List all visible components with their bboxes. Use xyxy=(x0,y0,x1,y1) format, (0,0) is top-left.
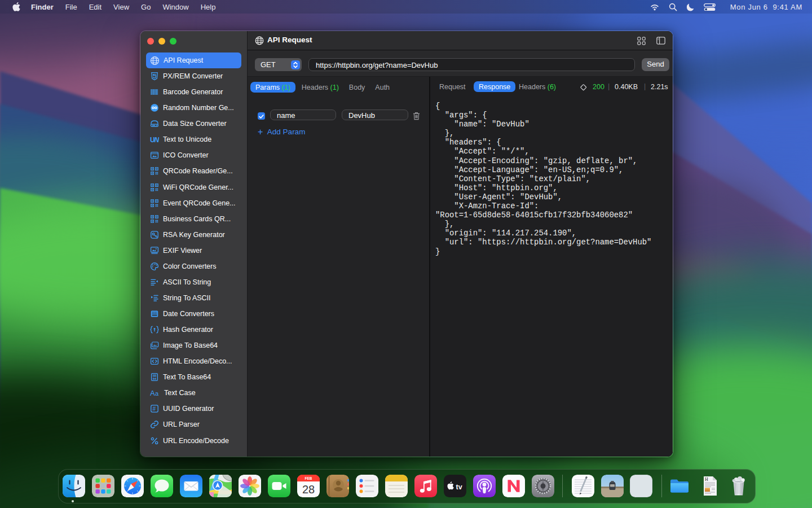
svg-text:tv: tv xyxy=(456,483,462,491)
svg-text:#: # xyxy=(153,406,156,412)
svg-text:64: 64 xyxy=(153,377,157,380)
svg-text:N: N xyxy=(155,136,160,144)
svg-text:FEB: FEB xyxy=(304,476,312,480)
svg-text:28: 28 xyxy=(302,483,314,496)
svg-text:a: a xyxy=(155,390,159,397)
svg-text:H: H xyxy=(705,477,708,482)
svg-text:A: A xyxy=(150,389,155,397)
